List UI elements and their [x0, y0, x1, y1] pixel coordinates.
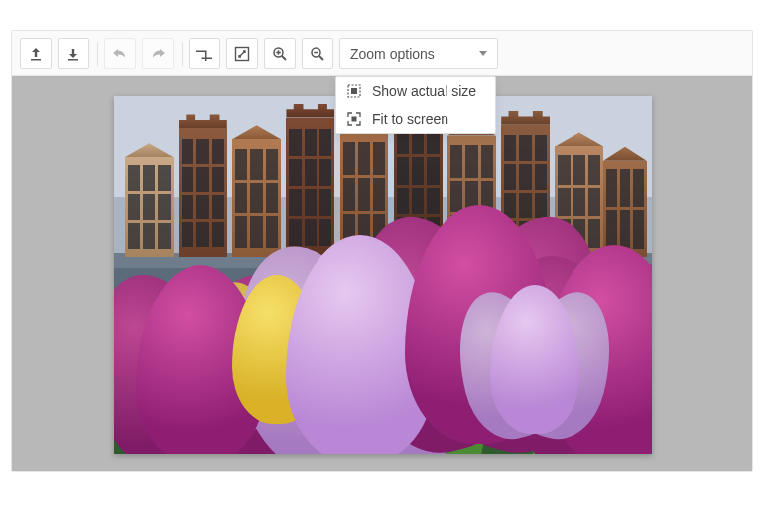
- resize-icon: [234, 46, 250, 62]
- upload-button[interactable]: [20, 38, 52, 69]
- canvas-area[interactable]: [12, 76, 752, 471]
- download-button[interactable]: [58, 38, 89, 69]
- svg-rect-4: [351, 88, 357, 94]
- zoom-options-dropdown[interactable]: Zoom options: [339, 38, 498, 69]
- download-icon: [65, 46, 81, 62]
- zoom-in-icon: [272, 46, 288, 62]
- upload-icon: [28, 46, 44, 62]
- toolbar: Zoom options Show actual size Fit to scr…: [12, 31, 752, 76]
- menu-item-label: Fit to screen: [372, 111, 448, 127]
- menu-item-label: Show actual size: [372, 83, 476, 99]
- svg-rect-5: [352, 117, 357, 122]
- chevron-down-icon: [479, 51, 487, 56]
- menu-item-fit-screen[interactable]: Fit to screen: [336, 105, 495, 133]
- zoom-out-icon: [310, 46, 325, 62]
- actual-size-icon: [346, 83, 362, 99]
- undo-button[interactable]: [104, 38, 136, 69]
- zoom-options-label: Zoom options: [350, 46, 435, 62]
- crop-button[interactable]: [189, 38, 220, 69]
- zoom-options-menu: Show actual size Fit to screen: [335, 76, 496, 134]
- separator: [182, 42, 183, 66]
- image-preview: [114, 96, 652, 454]
- image-editor: Zoom options Show actual size Fit to scr…: [11, 30, 753, 472]
- fit-screen-icon: [346, 111, 362, 127]
- zoom-in-button[interactable]: [264, 38, 296, 69]
- undo-icon: [112, 46, 128, 62]
- crop-icon: [196, 46, 212, 62]
- zoom-out-button[interactable]: [302, 38, 333, 69]
- resize-button[interactable]: [226, 38, 258, 69]
- illustration: [114, 96, 652, 454]
- redo-button[interactable]: [142, 38, 174, 69]
- separator: [97, 42, 98, 66]
- menu-item-actual-size[interactable]: Show actual size: [336, 77, 495, 105]
- redo-icon: [150, 46, 166, 62]
